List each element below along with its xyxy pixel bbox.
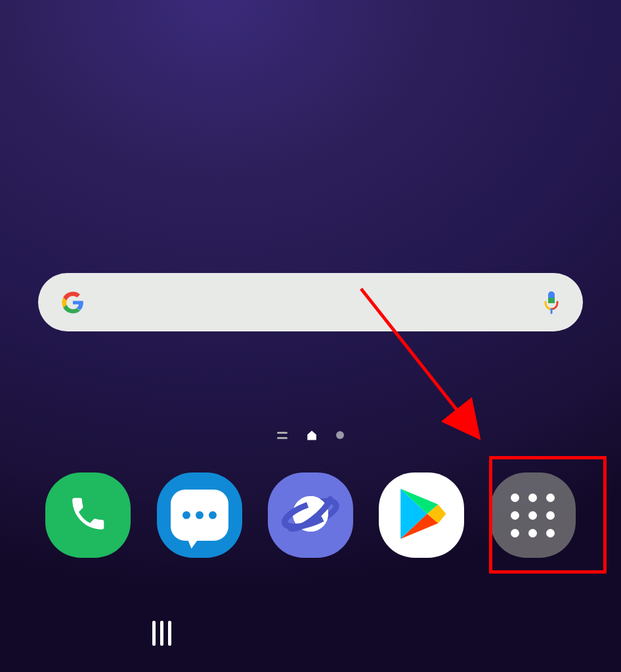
page-indicator (277, 429, 344, 441)
page-dot-icon (336, 431, 344, 439)
internet-app[interactable] (268, 472, 353, 558)
planet-icon (281, 484, 340, 546)
home-page-indicator-icon (306, 429, 318, 441)
microphone-icon[interactable] (543, 291, 560, 314)
dock (0, 472, 621, 558)
play-store-app[interactable] (379, 472, 464, 558)
google-search-widget[interactable] (38, 273, 583, 331)
google-logo-icon (61, 291, 85, 314)
recents-button[interactable] (123, 614, 202, 653)
messages-icon (171, 490, 228, 541)
play-icon (393, 486, 450, 545)
navigation-bar (0, 607, 621, 660)
menu-bars-icon (277, 432, 288, 439)
messages-app[interactable] (157, 472, 242, 558)
apps-button[interactable] (490, 472, 576, 558)
svg-rect-2 (548, 300, 555, 303)
home-button[interactable] (271, 614, 350, 653)
back-button[interactable] (420, 614, 499, 653)
phone-icon (68, 494, 108, 537)
recents-icon (152, 621, 171, 646)
phone-app[interactable] (45, 472, 131, 558)
apps-grid-icon (511, 494, 555, 537)
